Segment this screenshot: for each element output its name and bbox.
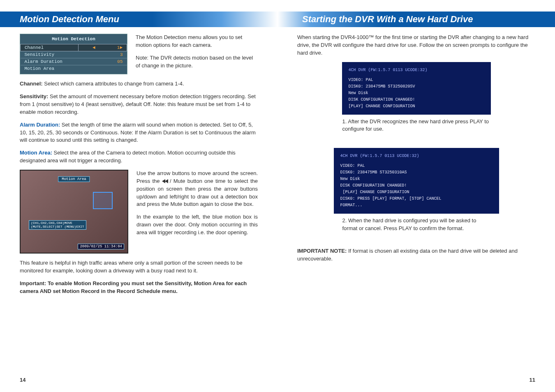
arrow-right-icon: ►	[120, 45, 123, 50]
motion-area-def: Motion Area: Select the area of the Came…	[20, 149, 258, 165]
menu-label: Motion Area	[21, 65, 79, 72]
menu-row-motion-area: Motion Area	[21, 65, 127, 72]
traffic-paragraph: This feature is helpful in high traffic …	[20, 259, 258, 275]
motion-intro-text: The Motion Detection menu allows you to …	[136, 34, 258, 74]
alarm-def: Alarm Duration: Set the length of time t…	[20, 121, 258, 145]
motion-menu-table: Channel ◄ 1► Sensitivity 3 Alarm Duratio…	[20, 44, 127, 72]
dvr-screen-2: 4CH DVR (FW:1.5.7 0113 UCODE:32)VIDEO: P…	[334, 148, 499, 214]
menu-row-alarm-duration: Alarm Duration 05	[21, 58, 127, 65]
motion-area-text: Select the area of the Camera to detect …	[20, 150, 236, 164]
motion-area-row: Motion Area (CH1,CH2,CH3,CH4)MOVE (MUTE,…	[20, 170, 258, 254]
status-line-1: (CH1,CH2,CH3,CH4)MOVE	[31, 221, 72, 225]
motion-area-desc: Use the arrow buttons to move around the…	[136, 170, 258, 254]
right-page: Starting the DVR With a New Hard Drive W…	[278, 0, 555, 392]
menu-label: Alarm Duration	[21, 58, 79, 65]
menu-value: ◄ 1►	[79, 44, 127, 51]
screen2-header: 4CH DVR (FW:1.5.7 0113 UCODE:32)	[340, 153, 493, 159]
menu-value: 3	[79, 51, 127, 58]
left-page: Motion Detection Menu Motion Detection C…	[0, 0, 278, 392]
dvr-screen-1: 4CH DVR (FW:1.5.7 0113 UCODE:32)VIDEO: P…	[342, 62, 491, 115]
motion-area-screenshot: Motion Area (CH1,CH2,CH3,CH4)MOVE (MUTE,…	[20, 170, 128, 254]
sensitivity-label: Sensitivity:	[20, 93, 48, 99]
channel-text: Select which camera attributes to change…	[43, 81, 184, 87]
caption-1: 1. After the DVR recognizes the new hard…	[342, 118, 490, 134]
menu-row-sensitivity: Sensitivity 3	[21, 51, 127, 58]
motion-detection-box	[93, 192, 113, 209]
alarm-label: Alarm Duration:	[20, 122, 60, 128]
channel-def: Channel: Select which camera attributes …	[20, 80, 258, 88]
menu-row-channel: Channel ◄ 1►	[21, 44, 127, 51]
page-number-right: 11	[530, 377, 535, 383]
left-heading: Motion Detection Menu	[0, 12, 278, 27]
important-paragraph: Important: To enable Motion Recording yo…	[20, 280, 258, 295]
important-note: IMPORTANT NOTE: If format is chosen all …	[297, 247, 535, 263]
motion-area-status: (CH1,CH2,CH3,CH4)MOVE (MUTE,SELECT)SET (…	[29, 220, 86, 230]
channel-label: Channel:	[20, 81, 43, 87]
motion-menu-title: Motion Detection	[20, 34, 127, 44]
motion-area-label: Motion Area:	[20, 150, 52, 156]
menu-label: Channel	[21, 44, 79, 51]
motion-area-top-label: Motion Area	[58, 176, 90, 182]
intro-paragraph-1: The Motion Detection menu allows you to …	[136, 34, 258, 49]
motion-detection-menu: Motion Detection Channel ◄ 1► Sensitivit…	[20, 34, 127, 74]
rewind-icon	[162, 179, 168, 183]
usage-paragraph-2: In the example to the left, the blue mot…	[136, 213, 258, 237]
right-heading: Starting the DVR With a New Hard Drive	[278, 12, 555, 27]
page-number-left: 14	[20, 377, 25, 383]
menu-value	[79, 65, 127, 72]
important-note-label: IMPORTANT NOTE:	[297, 248, 347, 254]
screen1-header: 4CH DVR (FW:1.5.7 0113 UCODE:32)	[349, 67, 484, 74]
arrow-left-icon: ◄	[92, 45, 95, 50]
menu-label: Sensitivity	[21, 51, 79, 58]
usage-paragraph-1: Use the arrow buttons to move around the…	[136, 170, 258, 208]
motion-area-timestamp: 2009/02/25 11:34:04	[78, 244, 124, 249]
sensitivity-def: Sensitivity: Set the amount of movement …	[20, 93, 258, 116]
status-line-2: (MUTE,SELECT)SET (MENU)EXIT	[31, 225, 84, 228]
menu-value: 05	[79, 58, 127, 65]
screen1-body: VIDEO: PAL DISK0: 238475MB ST3250820SV N…	[349, 78, 415, 108]
right-intro: When starting the DVR4-1000™ for the fir…	[297, 34, 535, 57]
caption-2: 2. When the hard drive is configured you…	[342, 217, 490, 233]
page-spread: Motion Detection Menu Motion Detection C…	[0, 0, 555, 392]
motion-intro-row: Motion Detection Channel ◄ 1► Sensitivit…	[20, 34, 258, 74]
sensitivity-text: Set the amount of movement necessary bef…	[20, 93, 256, 115]
intro-paragraph-2: Note: The DVR detects motion based on th…	[136, 54, 258, 70]
screen2-body: VIDEO: PAL DISK0: 238475MB ST3250310AS N…	[340, 164, 442, 208]
